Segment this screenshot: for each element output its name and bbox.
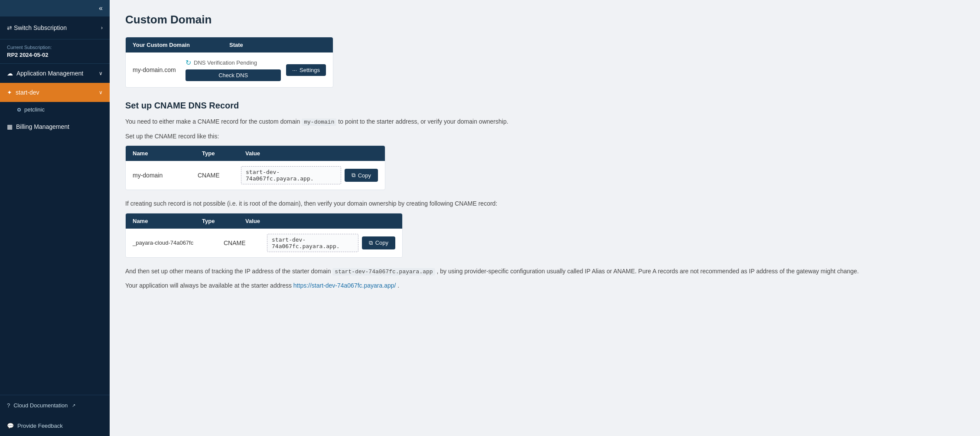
cname-desc-2: Set up the CNAME record like this: — [125, 131, 964, 141]
domain-card-body: my-domain.com ↻ DNS Verification Pending… — [126, 52, 333, 87]
table2-row1-name: _payara-cloud-74a067fc — [133, 239, 219, 246]
switch-subscription-label: Switch Subscription — [14, 24, 67, 31]
page-title: Custom Domain — [125, 13, 964, 26]
table2-value-box: start-dev-74a067fc.payara.app. — [267, 234, 358, 252]
table1-col-type: Type — [202, 150, 245, 157]
cname-section-title: Set up CNAME DNS Record — [125, 101, 964, 111]
table1-col-name: Name — [133, 150, 202, 157]
main-content: Custom Domain Your Custom Domain State m… — [110, 0, 980, 436]
copy-icon-2: ⧉ — [369, 239, 373, 246]
chart-icon: ▦ — [7, 123, 13, 130]
dns-status-text: ↻ DNS Verification Pending — [186, 59, 281, 67]
collapse-icon: « — [99, 4, 103, 12]
domain-card-header: Your Custom Domain State — [126, 37, 333, 52]
domain-name-value: my-domain.com — [133, 66, 180, 73]
check-dns-button[interactable]: Check DNS — [186, 69, 281, 81]
current-subscription-label: Current Subscription: — [7, 45, 103, 50]
table2-col-type: Type — [202, 218, 245, 224]
dns-table-2-header: Name Type Value — [126, 213, 402, 229]
inline-code-mydomain: my-domain — [302, 118, 336, 126]
question-icon: ? — [7, 402, 10, 409]
cname-desc-3: If creating such record is not possible … — [125, 199, 964, 208]
sidebar-footer: ? Cloud Documentation ↗ 💬 Provide Feedba… — [0, 395, 110, 436]
dots-icon: ··· — [292, 67, 297, 73]
provide-feedback-button[interactable]: 💬 Provide Feedback — [0, 416, 110, 436]
settings-button[interactable]: ··· Settings — [286, 64, 326, 76]
table2-row1-value-cell: start-dev-74a067fc.payara.app. ⧉ Copy — [267, 234, 395, 252]
start-dev-label: start-dev — [16, 89, 39, 96]
starter-address-link[interactable]: https://start-dev-74a067fc.payara.app/ — [293, 282, 396, 289]
cloud-documentation-label: Cloud Documentation — [13, 402, 68, 409]
sidebar-item-application-management[interactable]: ☁ Application Management ∨ — [0, 64, 110, 83]
table1-row1-name: my-domain — [133, 172, 193, 179]
sidebar-collapse-button[interactable]: « — [0, 0, 110, 16]
cloud-documentation-link[interactable]: ? Cloud Documentation ↗ — [0, 395, 110, 416]
dot-icon — [17, 108, 21, 111]
cloud-icon: ☁ — [7, 70, 13, 77]
dns-table-1-header: Name Type Value — [126, 146, 385, 161]
domain-card: Your Custom Domain State my-domain.com ↻… — [125, 37, 333, 88]
sidebar-item-petclinic[interactable]: petclinic — [0, 102, 110, 117]
sidebar-item-start-dev[interactable]: ✦ start-dev ∨ — [0, 83, 110, 102]
application-management-label: Application Management — [16, 70, 83, 77]
inline-code-starter-domain: start-dev-74a067fc.payara.app — [332, 268, 435, 275]
domain-card-col1-header: Your Custom Domain — [133, 42, 229, 48]
petclinic-label: petclinic — [24, 106, 45, 113]
chevron-down-icon-2: ∨ — [99, 89, 103, 95]
table2-col-name: Name — [133, 218, 202, 224]
domain-status: ↻ DNS Verification Pending Check DNS — [186, 59, 281, 81]
table1-row1-type: CNAME — [198, 172, 237, 179]
chevron-right-icon: › — [101, 25, 103, 31]
desc-5: Your application will always be availabl… — [125, 281, 964, 290]
comment-icon: 💬 — [7, 423, 14, 429]
table1-copy-button[interactable]: ⧉ Copy — [345, 169, 378, 182]
sidebar: « ⇄ Switch Subscription › Current Subscr… — [0, 0, 110, 436]
sync-icon: ↻ — [186, 59, 191, 67]
star-icon: ✦ — [7, 89, 12, 96]
table-row: my-domain CNAME start-dev-74a067fc.payar… — [126, 161, 385, 190]
billing-management-label: Billing Management — [16, 123, 69, 130]
table2-row1-type: CNAME — [224, 239, 263, 246]
table1-value-box: start-dev-74a067fc.payara.app. — [241, 166, 341, 184]
table2-copy-button[interactable]: ⧉ Copy — [362, 236, 395, 249]
current-subscription-value: RP2 2024-05-02 — [7, 52, 103, 58]
dns-table-2: Name Type Value _payara-cloud-74a067fc C… — [125, 213, 403, 258]
copy-icon-1: ⧉ — [352, 172, 355, 179]
settings-label: Settings — [300, 67, 320, 73]
table-row: _payara-cloud-74a067fc CNAME start-dev-7… — [126, 229, 402, 257]
desc-4: And then set up other means of tracking … — [125, 266, 964, 277]
switch-subscription-button[interactable]: ⇄ Switch Subscription › — [0, 16, 110, 39]
chevron-down-icon: ∨ — [99, 70, 103, 76]
switch-icon: ⇄ — [7, 24, 12, 31]
cname-desc-1: You need to either make a CNAME record f… — [125, 117, 964, 127]
domain-card-col2-header: State — [229, 42, 326, 48]
dns-table-1: Name Type Value my-domain CNAME start-de… — [125, 145, 385, 190]
current-subscription-info: Current Subscription: RP2 2024-05-02 — [0, 39, 110, 64]
sidebar-item-billing-management[interactable]: ▦ Billing Management — [0, 117, 110, 136]
external-link-icon: ↗ — [72, 403, 75, 408]
provide-feedback-label: Provide Feedback — [17, 423, 63, 429]
table2-col-value: Value — [245, 218, 395, 224]
table1-col-value: Value — [245, 150, 378, 157]
table1-row1-value-cell: start-dev-74a067fc.payara.app. ⧉ Copy — [241, 166, 378, 184]
